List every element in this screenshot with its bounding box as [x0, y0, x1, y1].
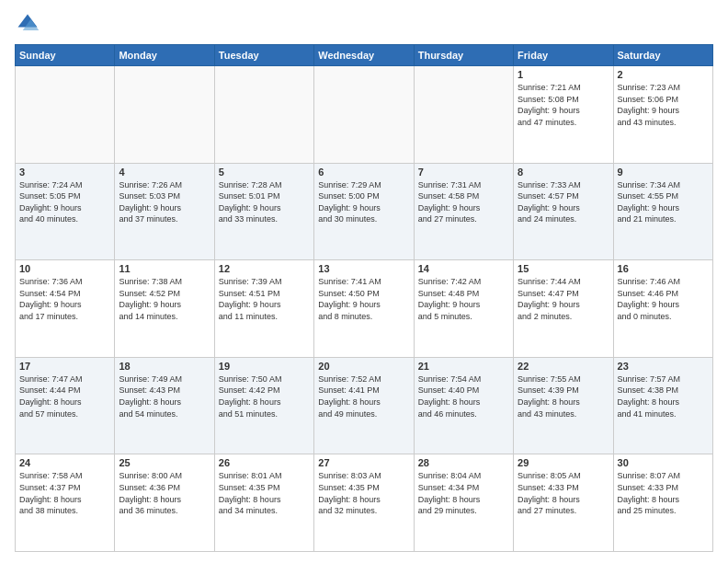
day-cell	[115, 66, 214, 164]
day-cell: 29Sunrise: 8:05 AM Sunset: 4:33 PM Dayli…	[514, 454, 613, 552]
day-number: 3	[19, 167, 110, 178]
day-info: Sunrise: 7:21 AM Sunset: 5:08 PM Dayligh…	[518, 82, 609, 128]
day-number: 4	[119, 167, 210, 178]
day-info: Sunrise: 7:57 AM Sunset: 4:38 PM Dayligh…	[618, 373, 709, 419]
day-number: 12	[219, 263, 310, 274]
day-info: Sunrise: 7:29 AM Sunset: 5:00 PM Dayligh…	[318, 179, 409, 225]
day-cell: 9Sunrise: 7:34 AM Sunset: 4:55 PM Daylig…	[613, 163, 712, 260]
logo	[15, 11, 44, 37]
day-number: 15	[518, 263, 609, 274]
day-cell: 3Sunrise: 7:24 AM Sunset: 5:05 PM Daylig…	[16, 163, 115, 260]
day-number: 22	[518, 361, 609, 372]
day-number: 14	[418, 263, 509, 274]
day-info: Sunrise: 7:47 AM Sunset: 4:44 PM Dayligh…	[19, 373, 110, 419]
week-row-4: 17Sunrise: 7:47 AM Sunset: 4:44 PM Dayli…	[16, 357, 713, 454]
day-number: 29	[518, 457, 609, 468]
day-number: 5	[219, 167, 310, 178]
day-info: Sunrise: 7:36 AM Sunset: 4:54 PM Dayligh…	[19, 276, 110, 322]
weekday-header-row: SundayMondayTuesdayWednesdayThursdayFrid…	[16, 45, 713, 66]
day-number: 11	[119, 263, 210, 274]
day-info: Sunrise: 7:50 AM Sunset: 4:42 PM Dayligh…	[219, 373, 310, 419]
day-number: 16	[618, 263, 709, 274]
weekday-header-monday: Monday	[115, 45, 214, 66]
day-cell: 1Sunrise: 7:21 AM Sunset: 5:08 PM Daylig…	[514, 66, 613, 164]
day-number: 24	[19, 457, 110, 468]
day-cell: 7Sunrise: 7:31 AM Sunset: 4:58 PM Daylig…	[414, 163, 513, 260]
day-number: 8	[518, 167, 609, 178]
day-cell: 27Sunrise: 8:03 AM Sunset: 4:35 PM Dayli…	[314, 454, 414, 552]
day-info: Sunrise: 7:34 AM Sunset: 4:55 PM Dayligh…	[618, 179, 709, 225]
day-cell: 28Sunrise: 8:04 AM Sunset: 4:34 PM Dayli…	[414, 454, 513, 552]
day-number: 17	[19, 361, 110, 372]
weekday-header-sunday: Sunday	[16, 45, 115, 66]
day-info: Sunrise: 8:00 AM Sunset: 4:36 PM Dayligh…	[119, 470, 210, 516]
header	[15, 11, 713, 37]
day-number: 23	[618, 361, 709, 372]
day-info: Sunrise: 7:52 AM Sunset: 4:41 PM Dayligh…	[318, 373, 409, 419]
day-number: 30	[618, 457, 709, 468]
day-cell: 16Sunrise: 7:46 AM Sunset: 4:46 PM Dayli…	[613, 260, 712, 358]
day-cell: 21Sunrise: 7:54 AM Sunset: 4:40 PM Dayli…	[414, 357, 513, 454]
week-row-2: 3Sunrise: 7:24 AM Sunset: 5:05 PM Daylig…	[16, 163, 713, 260]
week-row-3: 10Sunrise: 7:36 AM Sunset: 4:54 PM Dayli…	[16, 260, 713, 358]
weekday-header-wednesday: Wednesday	[314, 45, 414, 66]
day-cell: 26Sunrise: 8:01 AM Sunset: 4:35 PM Dayli…	[214, 454, 313, 552]
day-cell: 11Sunrise: 7:38 AM Sunset: 4:52 PM Dayli…	[115, 260, 214, 358]
day-cell: 13Sunrise: 7:41 AM Sunset: 4:50 PM Dayli…	[314, 260, 414, 358]
day-cell: 24Sunrise: 7:58 AM Sunset: 4:37 PM Dayli…	[16, 454, 115, 552]
day-info: Sunrise: 7:42 AM Sunset: 4:48 PM Dayligh…	[418, 276, 509, 322]
day-number: 21	[418, 361, 509, 372]
day-cell: 19Sunrise: 7:50 AM Sunset: 4:42 PM Dayli…	[214, 357, 313, 454]
day-info: Sunrise: 8:03 AM Sunset: 4:35 PM Dayligh…	[318, 470, 409, 516]
day-cell: 23Sunrise: 7:57 AM Sunset: 4:38 PM Dayli…	[613, 357, 712, 454]
day-info: Sunrise: 7:24 AM Sunset: 5:05 PM Dayligh…	[19, 179, 110, 225]
weekday-header-saturday: Saturday	[613, 45, 712, 66]
day-cell: 25Sunrise: 8:00 AM Sunset: 4:36 PM Dayli…	[115, 454, 214, 552]
calendar-table: SundayMondayTuesdayWednesdayThursdayFrid…	[15, 44, 713, 552]
day-info: Sunrise: 8:04 AM Sunset: 4:34 PM Dayligh…	[418, 470, 509, 516]
day-cell	[214, 66, 313, 164]
day-cell	[314, 66, 414, 164]
day-number: 6	[318, 167, 409, 178]
day-info: Sunrise: 7:54 AM Sunset: 4:40 PM Dayligh…	[418, 373, 509, 419]
day-number: 19	[219, 361, 310, 372]
day-cell: 6Sunrise: 7:29 AM Sunset: 5:00 PM Daylig…	[314, 163, 414, 260]
day-cell: 12Sunrise: 7:39 AM Sunset: 4:51 PM Dayli…	[214, 260, 313, 358]
day-cell: 20Sunrise: 7:52 AM Sunset: 4:41 PM Dayli…	[314, 357, 414, 454]
day-number: 2	[618, 69, 709, 80]
day-info: Sunrise: 7:33 AM Sunset: 4:57 PM Dayligh…	[518, 179, 609, 225]
day-number: 7	[418, 167, 509, 178]
day-number: 9	[618, 167, 709, 178]
week-row-5: 24Sunrise: 7:58 AM Sunset: 4:37 PM Dayli…	[16, 454, 713, 552]
day-info: Sunrise: 7:41 AM Sunset: 4:50 PM Dayligh…	[318, 276, 409, 322]
day-info: Sunrise: 7:39 AM Sunset: 4:51 PM Dayligh…	[219, 276, 310, 322]
day-cell: 30Sunrise: 8:07 AM Sunset: 4:33 PM Dayli…	[613, 454, 712, 552]
day-info: Sunrise: 8:01 AM Sunset: 4:35 PM Dayligh…	[219, 470, 310, 516]
day-info: Sunrise: 7:55 AM Sunset: 4:39 PM Dayligh…	[518, 373, 609, 419]
day-number: 18	[119, 361, 210, 372]
day-cell: 4Sunrise: 7:26 AM Sunset: 5:03 PM Daylig…	[115, 163, 214, 260]
day-cell: 8Sunrise: 7:33 AM Sunset: 4:57 PM Daylig…	[514, 163, 613, 260]
day-number: 13	[318, 263, 409, 274]
day-info: Sunrise: 7:23 AM Sunset: 5:06 PM Dayligh…	[618, 82, 709, 128]
day-info: Sunrise: 7:49 AM Sunset: 4:43 PM Dayligh…	[119, 373, 210, 419]
day-info: Sunrise: 8:07 AM Sunset: 4:33 PM Dayligh…	[618, 470, 709, 516]
day-cell: 18Sunrise: 7:49 AM Sunset: 4:43 PM Dayli…	[115, 357, 214, 454]
week-row-1: 1Sunrise: 7:21 AM Sunset: 5:08 PM Daylig…	[16, 66, 713, 164]
day-cell: 17Sunrise: 7:47 AM Sunset: 4:44 PM Dayli…	[16, 357, 115, 454]
day-info: Sunrise: 7:44 AM Sunset: 4:47 PM Dayligh…	[518, 276, 609, 322]
day-info: Sunrise: 7:28 AM Sunset: 5:01 PM Dayligh…	[219, 179, 310, 225]
weekday-header-tuesday: Tuesday	[214, 45, 313, 66]
day-cell	[16, 66, 115, 164]
weekday-header-friday: Friday	[514, 45, 613, 66]
day-cell: 22Sunrise: 7:55 AM Sunset: 4:39 PM Dayli…	[514, 357, 613, 454]
day-info: Sunrise: 8:05 AM Sunset: 4:33 PM Dayligh…	[518, 470, 609, 516]
day-cell: 2Sunrise: 7:23 AM Sunset: 5:06 PM Daylig…	[613, 66, 712, 164]
day-cell	[414, 66, 513, 164]
logo-icon	[15, 11, 40, 37]
day-info: Sunrise: 7:31 AM Sunset: 4:58 PM Dayligh…	[418, 179, 509, 225]
day-number: 28	[418, 457, 509, 468]
day-cell: 15Sunrise: 7:44 AM Sunset: 4:47 PM Dayli…	[514, 260, 613, 358]
day-cell: 5Sunrise: 7:28 AM Sunset: 5:01 PM Daylig…	[214, 163, 313, 260]
day-info: Sunrise: 7:38 AM Sunset: 4:52 PM Dayligh…	[119, 276, 210, 322]
